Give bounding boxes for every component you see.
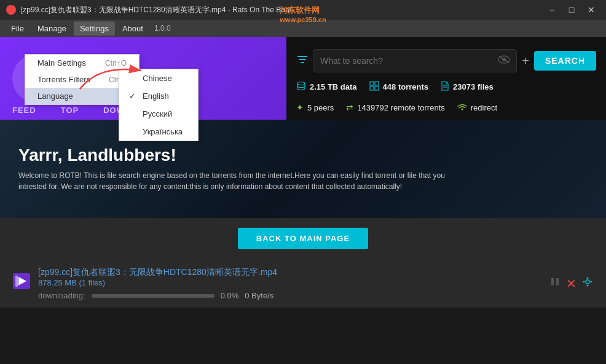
svg-rect-11 <box>370 87 374 90</box>
window-controls: − □ ✕ <box>543 4 600 16</box>
wifi-small-icon <box>457 103 467 112</box>
svg-rect-10 <box>375 82 379 85</box>
svg-rect-19 <box>551 278 554 285</box>
search-input-wrap <box>313 49 517 72</box>
download-item: [zp99.cc]复仇者联盟3：无限战争HDTC1280清晰英语无字.mp4 8… <box>12 266 594 300</box>
maximize-button[interactable]: □ <box>563 4 580 16</box>
torrent-settings-icon[interactable] <box>581 276 594 291</box>
file-icon <box>441 81 449 93</box>
download-actions: ✕ <box>549 276 594 291</box>
minimize-button[interactable]: − <box>543 4 561 16</box>
download-title[interactable]: [zp99.cc]复仇者联盟3：无限战争HDTC1280清晰英语无字.mp4 <box>38 267 277 277</box>
download-size: 878.25 MB (1 files) <box>38 278 541 287</box>
download-area: [zp99.cc]复仇者联盟3：无限战争HDTC1280清晰英语无字.mp4 8… <box>0 259 606 308</box>
search-button[interactable]: SEARCH <box>534 51 596 71</box>
stat-redirect: redirect <box>457 103 497 112</box>
svg-rect-20 <box>556 278 559 285</box>
svg-point-21 <box>586 280 589 284</box>
svg-point-23 <box>587 285 589 287</box>
svg-line-7 <box>499 56 509 63</box>
plus-icon[interactable]: + <box>522 54 529 68</box>
download-label: downloading: <box>38 291 85 300</box>
torrents-value: 448 torrents <box>383 82 428 91</box>
menu-manage[interactable]: Manage <box>31 21 73 36</box>
search-area: + SEARCH 2.15 TB data <box>286 37 606 120</box>
svg-rect-9 <box>370 82 374 85</box>
menu-about[interactable]: About <box>116 21 149 36</box>
svg-point-8 <box>297 82 305 85</box>
search-row: + SEARCH <box>296 49 596 72</box>
close-button[interactable]: ✕ <box>583 4 600 16</box>
stat-remote: ⇄ 1439792 remote torrents <box>346 103 444 112</box>
progress-bar-background <box>92 294 214 298</box>
svg-point-24 <box>583 281 585 283</box>
hero-content: Yarrr, Landlubbers! Welcome to ROTB! Thi… <box>18 145 588 192</box>
redirect-value: redirect <box>471 103 497 112</box>
menu-file[interactable]: File <box>5 21 30 36</box>
version-label: 1.0.0 <box>151 21 175 35</box>
download-percent: 0.0% <box>221 291 239 300</box>
title-bar: [zp99.cc]复仇者联盟3：无限战争HDTC1280清晰英语无字.mp4 -… <box>0 0 606 20</box>
stat-files: 23073 files <box>441 81 494 93</box>
database-icon <box>296 81 306 93</box>
svg-point-22 <box>587 277 589 279</box>
language-english[interactable]: ✓ English <box>119 87 198 105</box>
back-to-main-button[interactable]: BACK TO MAIN PAGE <box>238 228 368 249</box>
language-russian[interactable]: Русский <box>119 105 198 123</box>
stat-data: 2.15 TB data <box>296 81 357 93</box>
grid-icon <box>369 81 379 93</box>
stats-row-1: 2.15 TB data 448 torrents <box>296 79 596 95</box>
menu-bar: File Manage Settings About 1.0.0 Main Se… <box>0 20 606 37</box>
download-media-icon <box>12 273 31 294</box>
menu-settings[interactable]: Settings <box>74 21 115 36</box>
language-ukrainian[interactable]: Українська <box>119 123 198 141</box>
stats-row-2: ✦ 5 peers ⇄ 1439792 remote torrents <box>296 101 596 114</box>
remove-icon[interactable]: ✕ <box>566 276 576 291</box>
download-speed: 0 Byte/s <box>245 291 273 300</box>
download-progress-row: downloading: 0.0% 0 Byte/s <box>38 291 541 300</box>
files-value: 23073 files <box>453 82 494 91</box>
hero-section: Yarrr, Landlubbers! Welcome to ROTB! Thi… <box>0 120 606 218</box>
stat-torrents: 448 torrents <box>369 81 428 93</box>
back-area: BACK TO MAIN PAGE <box>0 218 606 259</box>
language-chinese[interactable]: Chinese <box>119 69 198 87</box>
app-icon <box>6 5 16 15</box>
remote-icon: ⇄ <box>346 103 353 112</box>
search-input[interactable] <box>320 56 493 66</box>
peers-value: 5 peers <box>307 103 334 112</box>
hero-title: Yarrr, Landlubbers! <box>18 145 588 165</box>
svg-rect-12 <box>375 87 379 90</box>
language-submenu: Chinese ✓ English Русский Українська <box>119 69 199 141</box>
download-info: [zp99.cc]复仇者联盟3：无限战争HDTC1280清晰英语无字.mp4 8… <box>38 266 541 300</box>
window-title: [zp99.cc]复仇者联盟3：无限战争HDTC1280清晰英语无字.mp4 -… <box>21 5 543 15</box>
stat-peers: ✦ 5 peers <box>296 103 334 112</box>
svg-point-25 <box>591 281 592 283</box>
pause-icon[interactable] <box>549 276 561 291</box>
svg-point-15 <box>461 109 463 110</box>
peers-icon: ✦ <box>296 103 304 112</box>
data-value: 2.15 TB data <box>310 82 357 91</box>
svg-rect-18 <box>15 276 18 287</box>
filter-icon[interactable] <box>296 54 309 68</box>
remote-value: 1439792 remote torrents <box>357 103 444 112</box>
hero-description: Welcome to ROTB! This is file search eng… <box>18 170 449 192</box>
eye-icon[interactable] <box>498 55 510 66</box>
